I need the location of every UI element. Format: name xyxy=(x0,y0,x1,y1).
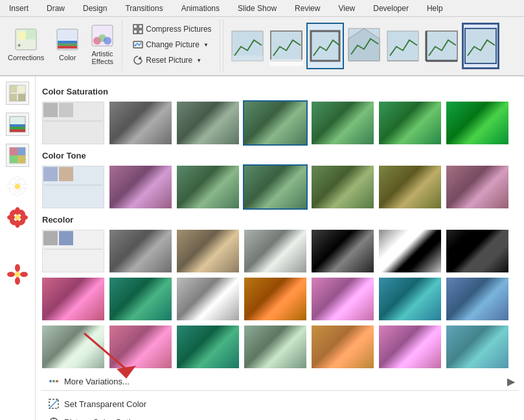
recolor-extra-cell[interactable] xyxy=(445,276,510,322)
artistic-effects-button[interactable]: ArtisticEffects xyxy=(85,19,119,70)
recolor-lblue-cell[interactable] xyxy=(310,276,375,322)
picture-style-1[interactable] xyxy=(229,23,266,69)
reset-picture-arrow: ▼ xyxy=(196,58,201,63)
svg-rect-74 xyxy=(59,167,73,181)
left-color-icon[interactable] xyxy=(6,113,29,136)
color-options-icon xyxy=(49,417,59,420)
picture-style-3[interactable] xyxy=(306,23,344,69)
set-transparent-label: Set Transparent Color xyxy=(64,399,146,409)
svg-rect-25 xyxy=(387,31,418,61)
color-saturation-title: Color Saturation xyxy=(41,87,519,96)
tab-insert[interactable]: Insert xyxy=(0,1,38,16)
tab-draw[interactable]: Draw xyxy=(38,1,74,16)
tone-5-cell[interactable] xyxy=(378,164,442,210)
adjust-buttons: Compress Pictures Change Picture ▼ Reset… xyxy=(129,22,215,67)
recolor-grid-row3 xyxy=(41,324,519,370)
tone-4-cell[interactable] xyxy=(310,164,375,210)
picture-style-7[interactable] xyxy=(462,23,499,69)
color-tone-grid xyxy=(41,164,519,210)
recolor-r7-cell[interactable] xyxy=(445,324,510,370)
picture-style-4[interactable] xyxy=(345,23,383,69)
tab-developer[interactable]: Developer xyxy=(364,1,418,16)
picture-style-gallery xyxy=(226,19,502,72)
svg-rect-41 xyxy=(10,148,17,155)
sat-100-cell[interactable] xyxy=(243,100,308,146)
recolor-icon-cell[interactable] xyxy=(41,228,106,274)
sat-0-cell[interactable] xyxy=(108,100,173,146)
tab-slideshow[interactable]: Slide Show xyxy=(229,1,286,16)
recolor-r5-cell[interactable] xyxy=(310,324,375,370)
transparent-icon xyxy=(49,399,59,409)
recolor-r4-cell[interactable] xyxy=(243,324,308,370)
svg-rect-7 xyxy=(58,46,77,49)
svg-rect-35 xyxy=(18,94,25,101)
sat-300-cell[interactable] xyxy=(445,100,510,146)
svg-rect-22 xyxy=(311,31,339,61)
recolor-r1-cell[interactable] xyxy=(41,324,106,370)
sat-icon-cell[interactable] xyxy=(41,100,106,146)
change-picture-button[interactable]: Change Picture ▼ xyxy=(129,38,215,52)
svg-rect-2 xyxy=(26,29,36,39)
color-saturation-grid xyxy=(41,100,519,146)
recolor-orange-cell[interactable] xyxy=(108,276,173,322)
left-corrections-icon[interactable] xyxy=(6,82,29,105)
tone-2-cell[interactable] xyxy=(176,164,240,210)
tab-animations[interactable]: Animations xyxy=(172,1,229,16)
tab-design[interactable]: Design xyxy=(74,1,116,16)
picture-style-2[interactable] xyxy=(268,23,305,69)
svg-rect-69 xyxy=(43,103,58,117)
recolor-lgray-cell[interactable] xyxy=(176,276,240,322)
tab-help[interactable]: Help xyxy=(418,1,452,16)
sat-150-cell[interactable] xyxy=(310,100,375,146)
recolor-yellow-cell[interactable] xyxy=(243,276,308,322)
svg-rect-37 xyxy=(10,124,25,127)
sep1 xyxy=(122,19,122,71)
recolor-black1-cell[interactable] xyxy=(310,228,375,274)
color-button[interactable]: Color xyxy=(51,19,84,70)
svg-rect-70 xyxy=(59,103,73,117)
artistic-label: ArtisticEffects xyxy=(92,50,113,65)
sat-50-cell[interactable] xyxy=(176,100,240,146)
recolor-black2-cell[interactable] xyxy=(378,228,442,274)
recolor-r3-cell[interactable] xyxy=(176,324,240,370)
tab-transitions[interactable]: Transitions xyxy=(116,1,172,16)
color-label: Color xyxy=(59,54,76,61)
color-icon xyxy=(56,28,79,51)
tone-icon-cell[interactable] xyxy=(41,164,106,210)
recolor-grid-row2 xyxy=(41,276,519,322)
tone-3-cell[interactable] xyxy=(243,164,308,210)
set-transparent-color-button[interactable]: Set Transparent Color xyxy=(41,395,519,413)
sat-200-cell[interactable] xyxy=(378,100,442,146)
svg-rect-21 xyxy=(269,60,303,66)
recolor-r2-cell[interactable] xyxy=(108,324,173,370)
svg-rect-15 xyxy=(139,30,142,34)
compress-label: Compress Pictures xyxy=(146,25,211,34)
svg-line-86 xyxy=(49,399,58,408)
left-flower1 xyxy=(6,175,29,198)
recolor-green-cell[interactable] xyxy=(378,276,442,322)
tab-view[interactable]: View xyxy=(329,1,364,16)
tone-1-cell[interactable] xyxy=(108,164,173,210)
left-recolor-icon[interactable] xyxy=(6,144,29,167)
recolor-grayscale-cell[interactable] xyxy=(108,228,173,274)
svg-point-63 xyxy=(15,272,20,277)
recolor-washed-cell[interactable] xyxy=(243,228,308,274)
picture-style-5[interactable] xyxy=(384,23,422,69)
corrections-button[interactable]: ☀ Corrections xyxy=(3,19,49,70)
recolor-sepia-cell[interactable] xyxy=(176,228,240,274)
svg-point-45 xyxy=(15,184,20,189)
reset-picture-button[interactable]: Reset Picture ▼ xyxy=(129,53,215,67)
compress-pictures-button[interactable]: Compress Pictures xyxy=(129,22,215,36)
tab-review[interactable]: Review xyxy=(286,1,329,16)
scroll-right-arrow[interactable]: ▶ xyxy=(503,374,519,389)
picture-style-6[interactable] xyxy=(423,23,461,69)
more-variations-button[interactable]: More Variations... xyxy=(41,372,137,390)
recolor-dark-cell[interactable] xyxy=(445,228,510,274)
picture-color-options-button[interactable]: Picture Color Options... xyxy=(41,413,519,420)
tone-6-cell[interactable] xyxy=(445,164,510,210)
ribbon-tabs: Insert Draw Design Transitions Animation… xyxy=(0,0,524,17)
svg-rect-38 xyxy=(10,127,25,129)
recolor-r6-cell[interactable] xyxy=(378,324,442,370)
svg-rect-14 xyxy=(133,30,137,34)
recolor-blue-cell[interactable] xyxy=(41,276,106,322)
